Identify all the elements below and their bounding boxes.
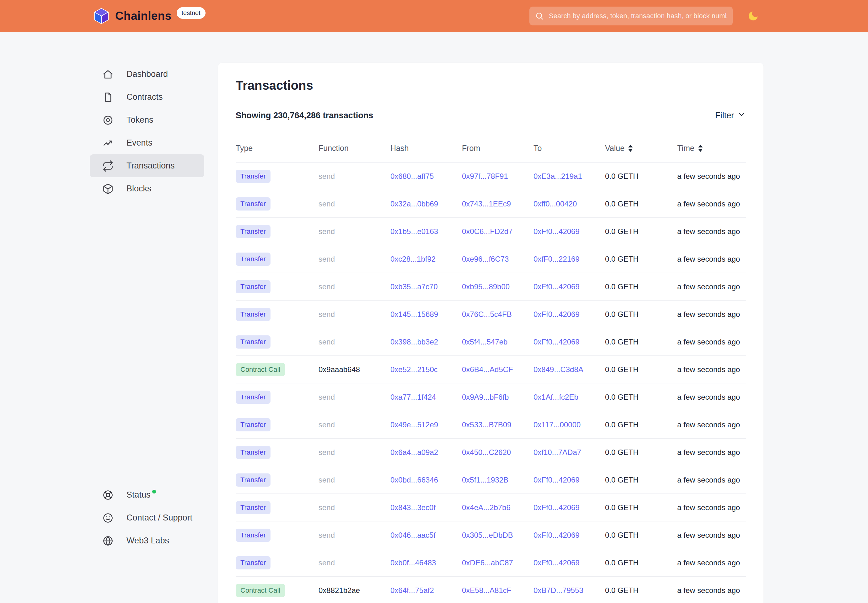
to-link[interactable]: 0xff0...00420: [534, 199, 577, 208]
sidebar-item-contact-support[interactable]: Contact / Support: [90, 506, 204, 529]
time-cell: a few seconds ago: [677, 337, 746, 346]
to-cell: 0x849...C3d8A: [534, 365, 605, 374]
brand-logo[interactable]: Chainlens testnet: [93, 7, 206, 25]
to-link[interactable]: 0xFf0...42069: [534, 227, 580, 236]
to-link[interactable]: 0xE3a...219a1: [534, 172, 582, 180]
sidebar-item-dashboard[interactable]: Dashboard: [90, 63, 204, 86]
column-header-hash: Hash: [390, 144, 462, 153]
hash-cell: 0x398...bb3e2: [390, 337, 462, 346]
from-link[interactable]: 0x97f...78F91: [462, 172, 508, 180]
from-link[interactable]: 0x305...eDbDB: [462, 531, 513, 539]
hash-link[interactable]: 0x843...3ec0f: [390, 503, 436, 512]
filter-button[interactable]: Filter: [715, 110, 746, 121]
value-cell: 0.0 GETH: [605, 282, 677, 291]
sort-icon[interactable]: [628, 145, 633, 152]
from-link[interactable]: 0x0C6...FD2d7: [462, 227, 512, 236]
hash-link[interactable]: 0x0bd...66346: [390, 476, 438, 484]
from-link[interactable]: 0xe96...f6C73: [462, 255, 509, 263]
type-badge: Transfer: [236, 473, 271, 487]
hash-link[interactable]: 0xb0f...46483: [390, 558, 436, 567]
hash-link[interactable]: 0x49e...512e9: [390, 421, 438, 429]
testnet-badge: testnet: [177, 7, 206, 19]
to-link[interactable]: 0xfF0...22169: [534, 255, 580, 263]
from-link[interactable]: 0x743...1EEc9: [462, 199, 511, 208]
from-link[interactable]: 0x76C...5c4FB: [462, 310, 512, 319]
value-cell: 0.0 GETH: [605, 421, 677, 429]
table-row: Transfer send 0xb35...a7c70 0xb95...89b0…: [236, 273, 746, 301]
to-link[interactable]: 0xFf0...42069: [534, 476, 580, 484]
hash-link[interactable]: 0x32a...0bb69: [390, 199, 438, 208]
hash-link[interactable]: 0x680...aff75: [390, 172, 434, 180]
dark-mode-toggle[interactable]: [747, 10, 759, 22]
search-bar: [529, 6, 733, 25]
sidebar-item-status[interactable]: Status: [90, 484, 204, 506]
sort-icon[interactable]: [698, 145, 702, 152]
table-row: Transfer send 0x680...aff75 0x97f...78F9…: [236, 162, 746, 190]
to-link[interactable]: 0xFf0...42069: [534, 282, 580, 291]
from-link[interactable]: 0xE58...A81cF: [462, 586, 511, 595]
type-badge: Transfer: [236, 225, 271, 238]
repeat-arrows-icon: [102, 160, 114, 172]
time-cell: a few seconds ago: [677, 365, 746, 374]
sidebar-item-tokens[interactable]: Tokens: [90, 108, 204, 131]
hash-cell: 0x32a...0bb69: [390, 199, 462, 208]
from-link[interactable]: 0x5f1...1932B: [462, 476, 508, 484]
table-row: Transfer send 0x0bd...66346 0x5f1...1932…: [236, 466, 746, 494]
from-link[interactable]: 0x6B4...Ad5CF: [462, 365, 513, 374]
time-cell: a few seconds ago: [677, 172, 746, 181]
column-header-value[interactable]: Value: [605, 144, 677, 153]
from-link[interactable]: 0x533...B7B09: [462, 421, 511, 429]
function-cell: send: [319, 393, 390, 402]
from-link[interactable]: 0x450...C2620: [462, 448, 511, 456]
to-link[interactable]: 0xFf0...42069: [534, 531, 580, 539]
to-link[interactable]: 0x849...C3d8A: [534, 365, 583, 374]
hash-link[interactable]: 0xb35...a7c70: [390, 282, 438, 291]
hash-link[interactable]: 0xc28...1bf92: [390, 255, 436, 263]
sidebar-item-events[interactable]: Events: [90, 131, 204, 155]
hash-link[interactable]: 0xe52...2150c: [390, 365, 438, 374]
hash-cell: 0x0bd...66346: [390, 476, 462, 484]
column-header-time[interactable]: Time: [677, 144, 746, 153]
to-link[interactable]: 0xFf0...42069: [534, 558, 580, 567]
sidebar-item-blocks[interactable]: Blocks: [90, 177, 204, 200]
hash-link[interactable]: 0xa77...1f424: [390, 393, 436, 401]
sidebar-item-contracts[interactable]: Contracts: [90, 86, 204, 108]
function-cell: send: [319, 421, 390, 429]
top-header: Chainlens testnet: [0, 0, 868, 32]
to-link[interactable]: 0xf10...7ADa7: [534, 448, 581, 456]
hash-link[interactable]: 0x046...aac5f: [390, 531, 436, 539]
search-input[interactable]: [529, 6, 733, 25]
hash-link[interactable]: 0x6a4...a09a2: [390, 448, 438, 456]
from-cell: 0x305...eDbDB: [462, 531, 534, 540]
hash-link[interactable]: 0x64f...75af2: [390, 586, 434, 595]
from-link[interactable]: 0x5f4...547eb: [462, 337, 507, 346]
to-link[interactable]: 0xB7D...79553: [534, 586, 583, 595]
type-cell: Transfer: [236, 556, 319, 569]
type-badge: Transfer: [236, 446, 271, 459]
lifebuoy-icon: [102, 489, 114, 501]
hash-cell: 0x1b5...e0163: [390, 227, 462, 236]
hash-link[interactable]: 0x398...bb3e2: [390, 337, 438, 346]
from-link[interactable]: 0x4eA...2b7b6: [462, 503, 511, 512]
hash-cell: 0x145...15689: [390, 310, 462, 319]
to-link[interactable]: 0xFf0...42069: [534, 337, 580, 346]
sidebar-item-transactions[interactable]: Transactions: [90, 155, 204, 177]
from-link[interactable]: 0xb95...89b00: [462, 282, 510, 291]
type-badge: Transfer: [236, 418, 271, 431]
hash-link[interactable]: 0x1b5...e0163: [390, 227, 438, 236]
sidebar-item-web3-labs[interactable]: Web3 Labs: [90, 529, 204, 552]
to-link[interactable]: 0xFf0...42069: [534, 503, 580, 512]
to-link[interactable]: 0x1Af...fc2Eb: [534, 393, 579, 401]
column-header-time-label: Time: [677, 144, 695, 153]
table-row: Contract Call 0x8821b2ae 0x64f...75af2 0…: [236, 577, 746, 603]
hash-link[interactable]: 0x145...15689: [390, 310, 438, 319]
from-link[interactable]: 0xDE6...abC87: [462, 558, 513, 567]
to-link[interactable]: 0xFf0...42069: [534, 310, 580, 319]
column-header-type: Type: [236, 144, 319, 153]
function-cell: send: [319, 531, 390, 540]
table-row: Transfer send 0xc28...1bf92 0xe96...f6C7…: [236, 245, 746, 273]
hash-cell: 0x843...3ec0f: [390, 503, 462, 512]
sidebar: Dashboard Contracts Tokens: [90, 63, 204, 552]
from-link[interactable]: 0x9A9...bF6fb: [462, 393, 509, 401]
to-link[interactable]: 0x117...00000: [534, 421, 580, 429]
